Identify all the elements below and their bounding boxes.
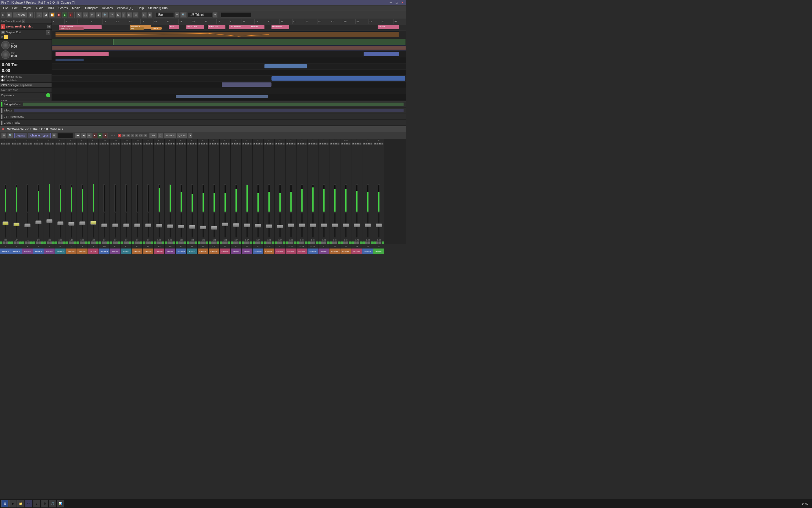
channel-btn-33-0[interactable] (351, 242, 354, 244)
channel-btn-32-3[interactable] (349, 242, 351, 244)
channel-btn-35-0[interactable] (373, 242, 376, 244)
clip-saxual-mar-1[interactable] (55, 52, 109, 56)
channel-btn-27-2[interactable] (291, 242, 293, 244)
channel-btn-17-1[interactable] (179, 242, 181, 244)
section-robot[interactable]: Robot No. 5 (208, 25, 226, 29)
channel-btn-13-0[interactable] (132, 242, 134, 244)
mix-console-titlebar[interactable]: ✕ MixConsole - Put The 3 On It_Cubase 7 (0, 126, 406, 132)
fader-knob-3[interactable] (25, 223, 31, 227)
fader-knob-19[interactable] (200, 225, 206, 229)
channel-btn-19-1[interactable] (200, 242, 203, 244)
mute-tool-btn[interactable]: M (115, 12, 121, 18)
channel-btn-16-0[interactable] (165, 242, 167, 244)
channel-btn-18-0[interactable] (187, 242, 189, 244)
channel-btn-19-0[interactable] (198, 242, 200, 244)
cut-tool-btn[interactable]: ✂ (109, 12, 115, 18)
channel-btn-5-0[interactable] (44, 242, 46, 244)
channel-btn-16-2[interactable] (170, 242, 173, 244)
channel-btn-12-3[interactable] (129, 242, 132, 244)
menu-steinberg[interactable]: Steinberg Hub (146, 6, 169, 10)
fader-knob-31[interactable] (332, 223, 338, 227)
menu-transport[interactable]: Transport (83, 6, 99, 10)
channel-btn-20-1[interactable] (211, 242, 214, 244)
channel-btn-13-3[interactable] (140, 242, 142, 244)
mix-back-btn[interactable]: ◀ (81, 133, 86, 138)
channel-btn-21-3[interactable] (228, 242, 230, 244)
channel-btn-10-0[interactable] (99, 242, 101, 244)
mix-sus-abs-btn[interactable]: Sus Abs (164, 133, 176, 138)
channel-btn-7-3[interactable] (74, 242, 77, 244)
clip-robot-drum[interactable] (222, 82, 272, 87)
channel-btn-22-2[interactable] (236, 242, 239, 244)
fader-knob-28[interactable] (299, 223, 305, 227)
mix-stop-btn[interactable]: ■ (92, 133, 97, 138)
fader-knob-11[interactable] (112, 223, 118, 227)
channel-btn-2-2[interactable] (16, 242, 19, 244)
transport-record-btn[interactable]: ● (68, 12, 73, 18)
channel-btn-30-2[interactable] (324, 242, 326, 244)
menu-scores[interactable]: Scores (56, 6, 69, 10)
channel-btn-20-2[interactable] (214, 242, 217, 244)
channel-btn-29-0[interactable] (307, 242, 310, 244)
menu-audio[interactable]: Audio (34, 6, 45, 10)
mix-agents-search-btn[interactable]: 🔍 (7, 133, 13, 138)
channel-btn-12-0[interactable] (121, 242, 123, 244)
channel-btn-21-1[interactable] (222, 242, 225, 244)
channel-btn-7-2[interactable] (71, 242, 74, 244)
bar-menu-btn[interactable]: ▾ (175, 12, 179, 18)
channel-btn-17-0[interactable] (176, 242, 178, 244)
channel-btn-24-3[interactable] (261, 242, 263, 244)
track-preset-btn[interactable]: ▾ (22, 19, 25, 23)
channel-btn-24-2[interactable] (258, 242, 260, 244)
channel-btn-16-1[interactable] (168, 242, 170, 244)
channel-btn-27-0[interactable] (286, 242, 288, 244)
fader-knob-8[interactable] (79, 221, 85, 225)
fader-knob-12[interactable] (123, 223, 129, 227)
transport-cycle-btn[interactable]: 🔁 (49, 12, 55, 18)
mix-q-link-btn[interactable]: Q-Link (177, 133, 187, 138)
range-tool-btn[interactable]: ⬚ (83, 12, 89, 18)
channel-btn-14-0[interactable] (143, 242, 145, 244)
channel-btn-31-2[interactable] (335, 242, 337, 244)
fader-knob-22[interactable] (233, 223, 239, 227)
channel-btn-32-0[interactable] (340, 242, 343, 244)
channel-btn-34-2[interactable] (368, 242, 370, 244)
channel-btn-32-1[interactable] (343, 242, 346, 244)
channel-btn-11-1[interactable] (112, 242, 115, 244)
channel-btn-35-3[interactable] (382, 242, 384, 244)
fader-knob-5[interactable] (46, 219, 52, 223)
toolbar-grid-btn[interactable]: ▦ (6, 12, 12, 18)
win-minimize[interactable]: ─ (389, 1, 393, 4)
channel-btn-3-3[interactable] (30, 242, 33, 244)
channel-btn-15-0[interactable] (154, 242, 156, 244)
fader-knob-2[interactable] (13, 222, 19, 226)
channel-btn-31-3[interactable] (338, 242, 340, 244)
channel-btn-6-1[interactable] (58, 242, 60, 244)
fader-knob-7[interactable] (68, 222, 75, 225)
channel-btn-29-3[interactable] (316, 242, 318, 244)
channel-btn-19-2[interactable] (203, 242, 205, 244)
group-tracks-track[interactable]: Group Tracks (0, 120, 406, 126)
channel-btn-16-3[interactable] (173, 242, 176, 244)
volume-knob[interactable] (1, 41, 10, 49)
fader-knob-13[interactable] (134, 223, 140, 227)
win-close[interactable]: ✕ (400, 1, 405, 4)
draw-tool-btn[interactable]: ✏ (89, 12, 95, 18)
clip-heaven-loop[interactable] (265, 64, 307, 69)
channel-btn-7-1[interactable] (68, 242, 71, 244)
menu-file[interactable]: File (1, 6, 10, 10)
fader-knob-1[interactable] (2, 221, 8, 225)
channel-btn-23-3[interactable] (250, 242, 252, 244)
instrument-btn[interactable]: ▦ (1, 31, 5, 34)
mix-s2-btn[interactable]: S (143, 134, 147, 137)
snap-off-btn[interactable]: □ (142, 12, 146, 18)
fader-knob-27[interactable] (288, 223, 294, 227)
section-coasting-a[interactable]: Coasting A (59, 27, 84, 31)
channel-btn-25-1[interactable] (266, 242, 269, 244)
channel-btn-23-1[interactable] (244, 242, 247, 244)
mix-record-btn[interactable]: ● (103, 133, 108, 138)
transport-rewind-btn[interactable]: ⏮ (36, 12, 42, 18)
menu-media[interactable]: Media (70, 6, 82, 10)
comp-tool-btn[interactable]: ⊗ (133, 12, 139, 18)
mix-icon-btn[interactable]: ⊞ (1, 133, 6, 138)
